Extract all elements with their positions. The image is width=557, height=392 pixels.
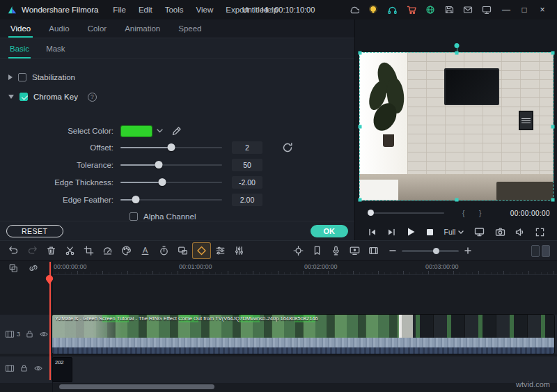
zoom-slider-handle[interactable]	[433, 248, 439, 254]
color-swatch[interactable]	[120, 125, 152, 137]
mark-in-out-icons[interactable]: { }	[462, 210, 487, 217]
edge-feather-label: Edge Feather:	[0, 196, 113, 204]
horizontal-scrollbar[interactable]	[59, 384, 214, 389]
eye-icon[interactable]	[33, 364, 43, 373]
redo-icon[interactable]	[23, 242, 42, 259]
chroma-key-checkbox[interactable]	[19, 93, 28, 101]
step-forward-button[interactable]	[387, 228, 396, 237]
eyedropper-icon[interactable]	[171, 126, 182, 136]
expand-arrow-icon[interactable]	[8, 75, 13, 80]
undo-icon[interactable]	[4, 242, 23, 259]
play-button[interactable]	[406, 227, 416, 237]
video-clip[interactable]: Y2Mate is - Green Screen Tutorial - The …	[52, 315, 554, 354]
voiceover-mic-icon[interactable]	[327, 242, 345, 259]
cart-icon[interactable]	[407, 5, 416, 15]
adjust-icon[interactable]	[211, 242, 230, 259]
rotation-handle[interactable]	[454, 43, 459, 48]
maximize-button[interactable]: □	[515, 5, 533, 15]
tab-speed[interactable]: Speed	[169, 19, 210, 38]
tolerance-slider[interactable]	[120, 160, 222, 170]
edge-thickness-value[interactable]: -2.00	[232, 176, 262, 189]
menu-tools[interactable]: Tools	[159, 6, 190, 14]
alpha-channel-checkbox[interactable]	[130, 212, 138, 221]
volume-icon[interactable]	[515, 228, 525, 237]
keyframe-icon[interactable]	[192, 242, 211, 259]
step-back-button[interactable]	[368, 228, 377, 237]
eye-icon[interactable]	[39, 330, 49, 338]
mail-icon[interactable]	[463, 5, 473, 15]
slider-handle[interactable]	[155, 161, 163, 168]
cloud-icon[interactable]	[349, 5, 359, 15]
reset-value-icon[interactable]	[282, 142, 293, 153]
zoom-in-icon[interactable]	[464, 246, 472, 255]
tab-video[interactable]: Video	[1, 19, 40, 38]
audio-mixer-icon[interactable]	[230, 242, 249, 259]
bulb-icon[interactable]	[368, 5, 378, 15]
export-frame-icon[interactable]	[364, 242, 383, 259]
slider-handle[interactable]	[132, 196, 139, 203]
tab-color[interactable]: Color	[79, 19, 116, 38]
display-mode-icon[interactable]	[474, 227, 485, 237]
collapse-arrow-icon[interactable]	[8, 95, 14, 99]
zoom-slider[interactable]	[402, 250, 459, 252]
globe-share-icon[interactable]	[425, 5, 435, 15]
view-toggle-icon[interactable]	[531, 245, 540, 257]
ruler-label: 00:03:00:00	[425, 263, 459, 270]
minimize-button[interactable]: —	[497, 5, 515, 15]
color-palette-icon[interactable]	[117, 242, 136, 259]
quality-dropdown[interactable]: Full	[444, 228, 464, 236]
select-color-label: Select Color:	[0, 127, 113, 135]
tab-animation[interactable]: Animation	[116, 19, 169, 38]
chevron-down-icon[interactable]	[157, 129, 163, 133]
menu-file[interactable]: File	[107, 6, 132, 14]
motion-track-icon[interactable]	[289, 242, 308, 259]
delete-icon[interactable]	[42, 242, 61, 259]
edge-thickness-slider[interactable]	[120, 178, 222, 187]
reset-button[interactable]: RESET	[6, 225, 63, 237]
offset-slider[interactable]	[120, 143, 222, 152]
link-icon[interactable]	[29, 263, 38, 273]
timer-icon[interactable]	[155, 242, 173, 259]
menu-view[interactable]: View	[190, 6, 220, 14]
snapshot-camera-icon[interactable]	[495, 227, 505, 237]
crop-icon[interactable]	[79, 242, 98, 259]
menu-edit[interactable]: Edit	[132, 6, 159, 14]
marker-icon[interactable]	[308, 242, 327, 259]
fullscreen-icon[interactable]	[535, 228, 544, 237]
manage-tracks-icon[interactable]	[8, 263, 18, 273]
tolerance-label: Tolerance:	[0, 161, 113, 169]
subtab-basic[interactable]: Basic	[1, 38, 38, 58]
close-button[interactable]: ×	[533, 5, 551, 15]
edge-feather-slider[interactable]	[120, 195, 222, 205]
stabilization-checkbox[interactable]	[18, 73, 26, 81]
tab-audio[interactable]: Audio	[40, 19, 78, 38]
edge-feather-value[interactable]: 2.00	[232, 194, 262, 206]
offset-value[interactable]: 2	[232, 141, 262, 154]
timeline-ruler[interactable]: 00:00:00:00 00:01:00:00 00:02:00:00 00:0…	[52, 261, 557, 275]
preview-scrubber[interactable]	[369, 212, 444, 214]
help-icon[interactable]: ?	[88, 93, 97, 102]
media-clip[interactable]: 202	[52, 357, 72, 382]
slider-handle[interactable]	[158, 178, 166, 186]
playhead-handle[interactable]	[45, 274, 54, 285]
pip-transform-icon[interactable]	[173, 242, 192, 259]
screen-record-icon[interactable]	[345, 242, 364, 259]
ok-button[interactable]: OK	[311, 225, 349, 237]
lock-icon[interactable]	[19, 363, 29, 373]
zoom-out-icon[interactable]	[389, 246, 397, 255]
preview-canvas[interactable]	[359, 52, 554, 201]
split-scissors-icon[interactable]	[61, 242, 79, 259]
view-toggle-icon[interactable]	[542, 245, 550, 257]
scrubber-handle[interactable]	[368, 210, 374, 216]
text-tool-icon[interactable]: A	[136, 242, 155, 259]
tolerance-value[interactable]: 50	[232, 159, 262, 171]
headset-icon[interactable]	[387, 5, 398, 15]
subtab-mask[interactable]: Mask	[38, 38, 73, 58]
slider-handle[interactable]	[168, 143, 175, 151]
save-icon[interactable]	[444, 5, 454, 15]
lock-icon[interactable]	[25, 329, 34, 338]
media-track-lane[interactable]	[0, 356, 557, 383]
speed-icon[interactable]	[98, 242, 117, 259]
stop-button[interactable]	[426, 228, 434, 236]
screen-share-icon[interactable]	[482, 5, 492, 15]
